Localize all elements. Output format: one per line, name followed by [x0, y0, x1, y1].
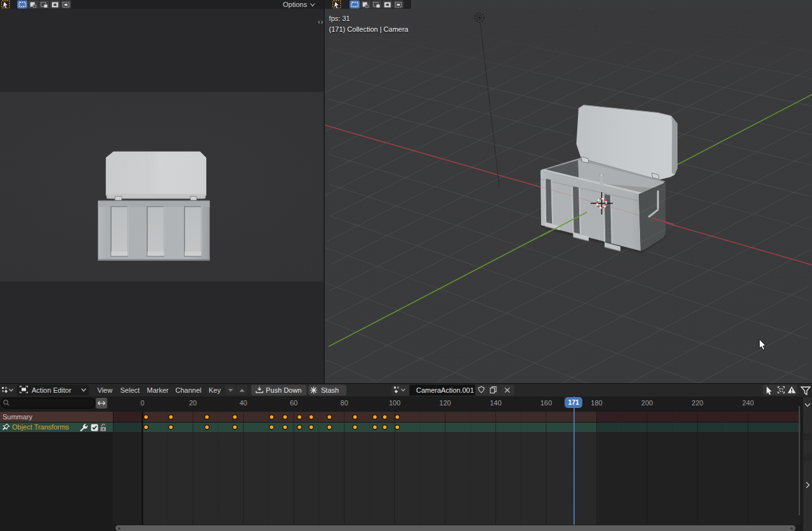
svg-text:Push Down: Push Down	[266, 386, 301, 394]
svg-text:Action Editor: Action Editor	[32, 386, 72, 394]
svg-text:Select: Select	[121, 386, 140, 394]
svg-text:Stash: Stash	[321, 386, 339, 394]
svg-text:Key: Key	[209, 386, 221, 394]
svg-text:Marker: Marker	[147, 386, 169, 394]
svg-text:CameraAction.001: CameraAction.001	[416, 386, 474, 394]
svg-text:View: View	[98, 386, 113, 394]
svg-text:Options: Options	[283, 1, 307, 8]
svg-text:Channel: Channel	[176, 386, 202, 394]
